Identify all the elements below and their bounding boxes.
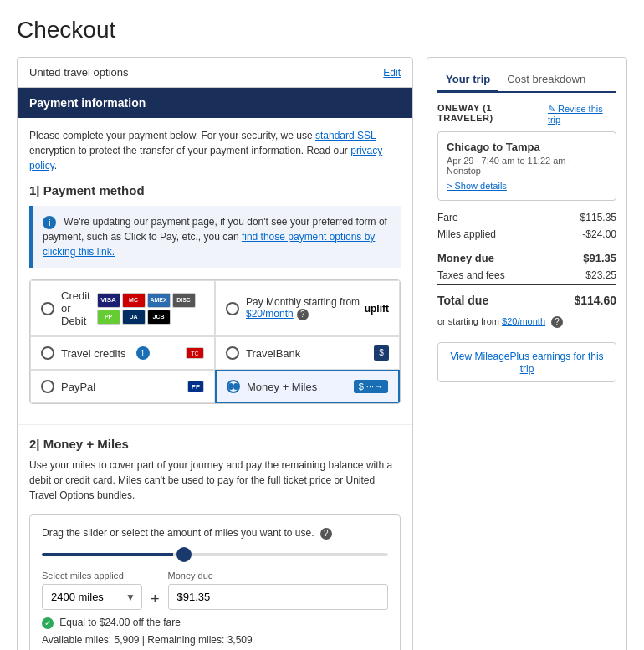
plus-sign: + <box>151 571 160 608</box>
monthly-link[interactable]: $20/month <box>246 308 294 320</box>
radio-travel-credits <box>41 346 54 360</box>
taxes-label: Taxes and fees <box>437 267 548 284</box>
fare-value: $115.35 <box>548 209 616 226</box>
section-body: Please complete your payment below. For … <box>18 118 412 424</box>
mc-icon: MC <box>122 293 146 308</box>
money-due-row: Money due $91.35 <box>437 249 616 267</box>
money-miles-icon: $ ···→ <box>354 380 388 393</box>
miles-applied-label: Miles applied <box>437 226 548 243</box>
starting-from-link[interactable]: $20/month <box>502 316 545 326</box>
starting-from-info-icon: ? <box>551 316 563 328</box>
tab-cost-breakdown[interactable]: Cost breakdown <box>498 68 594 91</box>
right-panel: Your trip Cost breakdown ONEWAY (1 TRAVE… <box>427 57 627 650</box>
tab-your-trip[interactable]: Your trip <box>437 68 498 93</box>
miles-applied-value: -$24.00 <box>548 226 616 243</box>
travel-credits-badge: 1 <box>136 346 150 360</box>
check-icon: ✓ <box>42 617 54 629</box>
credit-debit-label: Credit or Debit <box>61 289 97 327</box>
show-details-link[interactable]: > Show details <box>447 181 507 191</box>
available-miles-text: Available miles: 5,909 | Remaining miles… <box>42 634 388 646</box>
edit-link[interactable]: Edit <box>383 67 401 79</box>
slider-info-icon: ? <box>320 528 332 540</box>
payment-info-header: Payment information <box>18 88 412 118</box>
pp-icon: PP <box>97 310 120 325</box>
fare-table: Fare $115.35 Miles applied -$24.00 Money… <box>437 209 616 310</box>
payment-option-paypal[interactable]: PayPal PP <box>30 370 215 403</box>
money-due-input[interactable] <box>168 584 388 610</box>
total-row: Total due $114.60 <box>437 291 616 310</box>
total-value: $114.60 <box>548 291 616 310</box>
taxes-value: $23.25 <box>548 267 616 284</box>
info-box: i We're updating our payment page, if yo… <box>29 206 401 268</box>
payment-option-travelbank[interactable]: TravelBank $ <box>215 336 400 370</box>
total-label: Total due <box>437 291 548 310</box>
security-text: Please complete your payment below. For … <box>29 128 401 173</box>
radio-travelbank <box>226 346 239 360</box>
disc-icon: DISC <box>172 293 196 308</box>
edit-pencil-icon: ✎ <box>548 104 555 114</box>
radio-paypal <box>41 380 54 393</box>
ua-icon: UA <box>122 310 146 325</box>
fare-label: Fare <box>437 209 548 226</box>
trip-route: Chicago to Tampa <box>447 141 607 153</box>
miles-applied-row: Miles applied -$24.00 <box>437 226 616 243</box>
miles-slider[interactable] <box>42 553 388 556</box>
card-icons: VISA MC AMEX DISC PP UA JCB <box>97 293 204 325</box>
visa-icon: VISA <box>97 293 120 308</box>
travel-credits-label: Travel credits <box>61 347 126 360</box>
money-miles-label: Money + Miles <box>247 381 317 393</box>
select-miles-label: Select miles applied <box>42 571 142 581</box>
mileage-link[interactable]: View MileagePlus earnings for this trip <box>450 351 603 375</box>
paypal-label: PayPal <box>61 381 95 393</box>
travel-credits-icons: TC <box>186 347 204 359</box>
tc-icon: TC <box>186 347 204 359</box>
taxes-row: Taxes and fees $23.25 <box>437 267 616 284</box>
money-due-label: Money due <box>437 249 548 267</box>
panel-header: United travel options Edit <box>18 58 412 88</box>
slider-label: Drag the slider or select the amount of … <box>42 527 388 540</box>
payment-option-pay-monthly[interactable]: Pay Monthly starting from $20/month? upl… <box>215 280 400 336</box>
monthly-info-icon: ? <box>297 309 309 320</box>
equal-text: ✓ Equal to $24.00 off the fare <box>42 617 388 629</box>
miles-select-wrap[interactable]: 2400 miles 0 miles 500 miles 1000 miles … <box>42 584 142 610</box>
page-title: Checkout <box>17 17 627 44</box>
travelbank-label: TravelBank <box>246 347 300 360</box>
miles-select[interactable]: 2400 miles 0 miles 500 miles 1000 miles … <box>42 584 142 610</box>
radio-pay-monthly <box>226 302 239 315</box>
amex-icon: AMEX <box>147 293 171 308</box>
right-tabs: Your trip Cost breakdown <box>437 68 616 93</box>
money-due-input-label: Money due <box>168 571 388 581</box>
section1-title: 1| Payment method <box>29 183 401 197</box>
payment-option-credit-debit[interactable]: Credit or Debit VISA MC AMEX DISC PP UA … <box>30 280 215 336</box>
divider <box>437 335 616 335</box>
payment-option-money-miles[interactable]: Money + Miles $ ···→ <box>215 370 400 403</box>
mileage-link-box: View MileagePlus earnings for this trip <box>437 342 616 382</box>
trip-label: ONEWAY (1 TRAVELER) <box>437 103 548 123</box>
jcb-icon: JCB <box>147 310 171 325</box>
radio-money-miles <box>227 380 240 393</box>
trip-card: Chicago to Tampa Apr 29 · 7:40 am to 11:… <box>437 131 616 201</box>
starting-from: or starting from $20/month ? <box>437 316 616 328</box>
radio-credit-debit <box>41 302 54 315</box>
left-panel: United travel options Edit Payment infor… <box>17 57 413 650</box>
travelbank-icon: $ <box>374 345 389 361</box>
section2-title: 2| Money + Miles <box>29 437 401 451</box>
revise-link[interactable]: ✎ Revise this trip <box>548 104 616 125</box>
paypal-icon: PP <box>187 381 204 392</box>
uplift-logo: uplift <box>365 303 389 315</box>
miles-box: Drag the slider or select the amount of … <box>29 514 401 650</box>
section2: 2| Money + Miles Use your miles to cover… <box>18 424 412 650</box>
section2-desc: Use your miles to cover part of your jou… <box>29 458 401 503</box>
info-icon: i <box>43 216 56 229</box>
panel-title: United travel options <box>29 66 129 79</box>
slider-container[interactable] <box>42 546 388 559</box>
trip-details: Apr 29 · 7:40 am to 11:22 am · Nonstop <box>447 156 607 176</box>
ssl-link[interactable]: standard SSL <box>315 130 376 141</box>
payment-option-travel-credits[interactable]: Travel credits 1 TC <box>30 336 215 370</box>
money-due-value: $91.35 <box>548 249 616 267</box>
fare-row: Fare $115.35 <box>437 209 616 226</box>
